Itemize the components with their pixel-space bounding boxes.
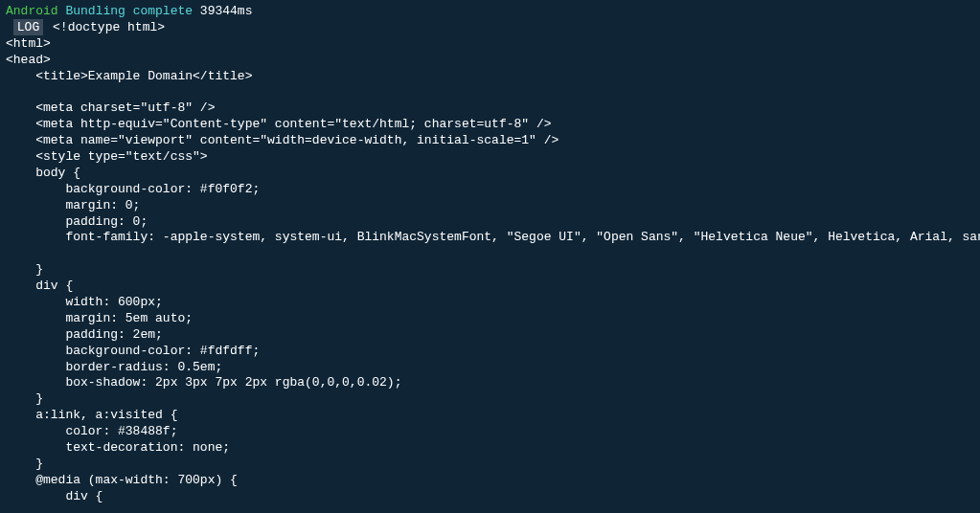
code-line: padding: 2em; (6, 327, 974, 344)
code-line: width: 600px; (6, 295, 974, 311)
code-line: <meta name="viewport" content="width=dev… (6, 133, 974, 149)
code-line: @media (max-width: 700px) { (6, 473, 974, 489)
code-line: <head> (6, 53, 974, 69)
doctype-text: <!doctype html> (53, 20, 165, 34)
terminal-output: Android Bundling complete 39344ms LOG <!… (6, 4, 974, 505)
code-line: background-color: #f0f0f2; (6, 182, 974, 198)
code-line: } (6, 262, 974, 279)
code-line: } (6, 391, 974, 408)
bundling-status-line: Android Bundling complete 39344ms (6, 4, 974, 20)
bundling-label: Bundling complete (65, 4, 193, 18)
code-line: color: #38488f; (6, 424, 974, 440)
code-line: <style type="text/css"> (6, 149, 974, 166)
code-line: background-color: #fdfdff; (6, 344, 974, 360)
log-badge: LOG (13, 19, 43, 35)
bundling-time: 39344ms (200, 4, 253, 18)
code-line: <meta charset="utf-8" /> (6, 100, 974, 117)
code-line: padding: 0; (6, 214, 974, 231)
code-line: box-shadow: 2px 3px 7px 2px rgba(0,0,0,0… (6, 375, 974, 391)
code-line: div { (6, 489, 974, 505)
code-line: <html> (6, 36, 974, 53)
code-line: <title>Example Domain</title> (6, 69, 974, 85)
code-line: <meta http-equiv="Content-type" content=… (6, 117, 974, 133)
code-line: body { (6, 166, 974, 182)
code-line: border-radius: 0.5em; (6, 360, 974, 376)
code-line: font-family: -apple-system, system-ui, B… (6, 230, 974, 246)
log-line: LOG <!doctype html> (6, 20, 974, 36)
code-line: } (6, 457, 974, 473)
code-line: a:link, a:visited { (6, 408, 974, 424)
code-line: margin: 0; (6, 198, 974, 214)
code-block: <html><head> <title>Example Domain</titl… (6, 36, 974, 505)
code-line (6, 84, 974, 100)
code-line (6, 246, 974, 262)
code-line: margin: 5em auto; (6, 311, 974, 327)
android-label: Android (6, 4, 58, 18)
code-line: text-decoration: none; (6, 440, 974, 457)
code-line: div { (6, 279, 974, 295)
